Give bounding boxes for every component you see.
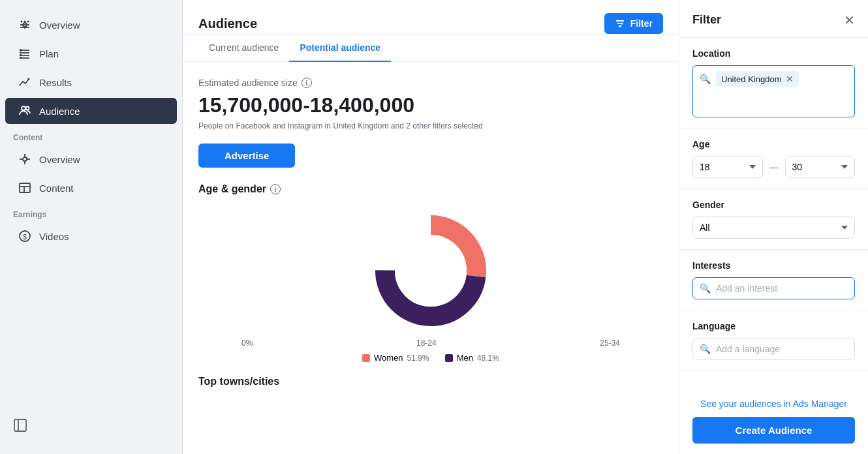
sidebar-label-overview: Overview [39,20,80,31]
location-tag: United Kingdom ✕ [716,71,799,87]
interest-search-icon: 🔍 [700,283,711,294]
tabs: Current audience Potential audience [183,35,679,62]
women-pct: 51.9% [407,354,429,363]
svg-rect-18 [20,57,22,59]
svg-point-2 [27,21,29,23]
svg-rect-32 [14,419,26,431]
svg-point-19 [28,78,30,80]
age-to-select[interactable]: 18 21 25 30 35 40 [785,156,856,178]
svg-rect-17 [20,54,22,56]
filter-icon [615,18,625,29]
svg-rect-16 [20,52,22,53]
svg-point-38 [621,23,623,25]
language-input[interactable] [716,344,848,354]
axis-0: 0% [241,339,253,348]
men-pct: 48.1% [477,354,499,363]
language-search-box[interactable]: 🔍 [692,338,855,360]
legend-men: Men 48.1% [445,353,499,363]
sidebar-label-plan: Plan [39,48,59,59]
sidebar: Overview Plan Results [0,0,183,454]
sidebar-item-videos[interactable]: $ Videos [5,223,177,249]
filter-age-label: Age [692,139,855,149]
sidebar-label-videos: Videos [39,231,69,242]
page-title: Audience [198,16,257,31]
filter-age-section: Age 18 21 25 30 35 40 — 18 21 25 30 35 4… [679,129,868,189]
people-icon [18,104,31,117]
filter-footer: See your audiences in Ads Manager Create… [679,388,868,454]
chart-legend: Women 51.9% Men 48.1% [362,353,499,363]
sidebar-item-content-overview[interactable]: Overview [5,146,177,172]
sidebar-item-overview[interactable]: Overview [5,12,177,38]
filter-title: Filter [692,13,721,27]
women-label: Women [374,353,403,363]
sidebar-label-results: Results [39,77,72,88]
women-dot [362,354,370,362]
age-dash: — [769,162,779,172]
estimated-label: Estimated audience size i [198,78,663,88]
svg-rect-15 [20,49,22,51]
sidebar-bottom [0,410,182,444]
sidebar-item-plan[interactable]: Plan [5,40,177,67]
main-header: Audience Filter [183,0,679,35]
sidebar-item-content[interactable]: Content [5,175,177,201]
filter-gender-section: Gender All Women Men [679,189,868,250]
audience-body: Estimated audience size i 15,700,000-18,… [183,62,679,403]
svg-point-20 [22,106,25,110]
axis-25-34: 25-34 [600,339,620,348]
age-row: 18 21 25 30 35 40 — 18 21 25 30 35 40 [692,156,855,178]
sidebar-item-audience[interactable]: Audience [5,98,177,124]
tab-potential[interactable]: Potential audience [289,35,391,62]
top-towns-label: Top towns/cities [198,376,663,387]
table-icon [18,181,31,194]
filter-button[interactable]: Filter [604,13,663,34]
tab-current[interactable]: Current audience [198,35,289,62]
filter-language-label: Language [692,321,855,331]
sidebar-section-content: Content [0,125,182,145]
location-search-box[interactable]: 🔍 United Kingdom ✕ [692,65,855,117]
svg-point-37 [617,20,619,22]
sidebar-item-results[interactable]: Results [5,69,177,95]
legend-women: Women 51.9% [362,353,429,363]
donut-chart [365,205,496,336]
filter-interests-label: Interests [692,260,855,271]
men-dot [445,354,453,362]
grid2-icon [18,153,31,166]
advertise-button[interactable]: Advertise [198,144,295,168]
filter-header: Filter ✕ [679,0,868,38]
age-gender-header: Age & gender i [198,183,663,195]
interest-search-box[interactable]: 🔍 [692,277,855,299]
sidebar-section-earnings: Earnings [0,202,182,222]
chart-icon [18,76,31,89]
svg-point-42 [395,235,467,307]
sidebar-label-audience: Audience [39,106,80,117]
sidebar-label-content-overview: Overview [39,154,80,165]
filter-close-button[interactable]: ✕ [844,14,855,27]
language-search-icon: 🔍 [700,344,711,354]
sidebar-label-content: Content [39,183,74,194]
list-icon [18,47,31,60]
filter-button-label: Filter [630,18,653,29]
age-from-select[interactable]: 18 21 25 30 35 40 [692,156,763,178]
location-search-icon: 🔍 [700,74,711,84]
gender-select[interactable]: All Women Men [692,217,855,239]
filter-panel: Filter ✕ Location 🔍 United Kingdom ✕ Age… [679,0,868,454]
location-tag-remove[interactable]: ✕ [786,74,794,84]
main-content: Audience Filter Current audience Potenti… [183,0,679,454]
collapse-icon[interactable] [13,421,27,435]
men-label: Men [457,353,473,363]
donut-chart-container: 0% 18-24 25-34 Women 51.9% Men 48.1% [198,205,663,365]
location-tag-label: United Kingdom [721,74,782,84]
svg-text:$: $ [23,234,27,241]
filter-interests-section: Interests 🔍 [679,250,868,310]
create-audience-button[interactable]: Create Audience [692,417,855,444]
filter-location-section: Location 🔍 United Kingdom ✕ [679,38,868,129]
svg-point-0 [21,21,23,23]
dollar-icon: $ [18,230,31,243]
svg-point-21 [26,107,29,110]
ads-manager-link[interactable]: See your audiences in Ads Manager [692,399,855,409]
info-icon: i [302,78,312,88]
grid-icon [18,18,31,31]
interest-input[interactable] [716,283,848,294]
svg-point-39 [619,25,621,27]
svg-point-22 [23,157,27,161]
